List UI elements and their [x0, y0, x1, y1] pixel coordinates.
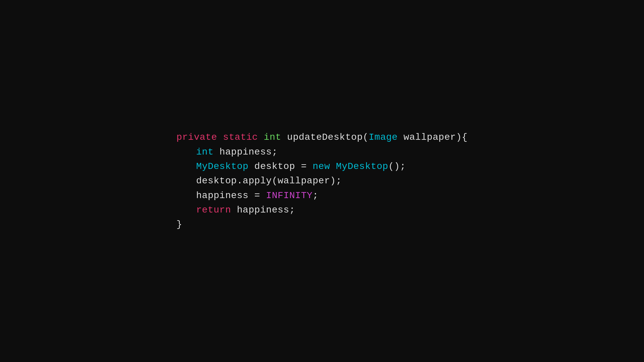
var-happiness-decl: happiness;	[214, 145, 278, 159]
semicolon-5: ;	[313, 188, 318, 203]
keyword-private: private	[176, 130, 217, 144]
code-line-5: happiness = INFINITY ;	[176, 188, 468, 203]
space-new	[330, 159, 336, 174]
method-name: updateDesktop(	[287, 130, 369, 144]
code-line-7: }	[176, 217, 468, 232]
return-value: happiness;	[231, 203, 295, 217]
class-image: Image	[369, 130, 398, 144]
keyword-new: new	[313, 159, 330, 174]
code-line-1: private static int updateDesktop( Image …	[176, 130, 468, 144]
happiness-assign: happiness =	[196, 188, 266, 203]
keyword-return: return	[196, 203, 231, 217]
constructor-call: ();	[388, 159, 406, 174]
constant-infinity: INFINITY	[266, 188, 313, 203]
keyword-int-1: int	[264, 130, 281, 144]
method-call-apply: desktop.apply(wallpaper);	[196, 174, 342, 188]
var-desktop-assign: desktop =	[249, 159, 313, 174]
keyword-int-2: int	[196, 145, 214, 159]
space-1	[217, 130, 223, 144]
space-3	[281, 130, 287, 144]
closing-brace: }	[176, 217, 182, 232]
method-params: wallpaper){	[398, 130, 468, 144]
keyword-static: static	[223, 130, 258, 144]
code-line-4: desktop.apply(wallpaper);	[176, 174, 468, 188]
space-2	[258, 130, 264, 144]
class-mydesktop-1: MyDesktop	[196, 159, 249, 174]
class-mydesktop-2: MyDesktop	[336, 159, 388, 174]
code-line-2: int happiness;	[176, 145, 468, 159]
code-display: private static int updateDesktop( Image …	[176, 130, 468, 232]
code-line-3: MyDesktop desktop = new MyDesktop ();	[176, 159, 468, 174]
code-line-6: return happiness;	[176, 203, 468, 217]
